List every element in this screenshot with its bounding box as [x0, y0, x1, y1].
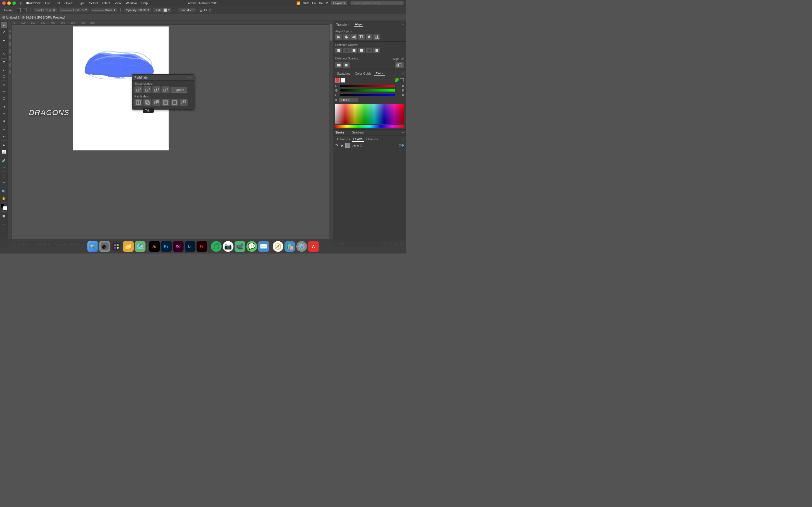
opacity-control[interactable]: Opacity: 100% ▾ — [124, 8, 151, 12]
align-hcenter-button[interactable] — [343, 34, 350, 40]
blob-brush-tool[interactable]: ⬡ — [1, 96, 7, 102]
app-name[interactable]: Illustrator — [26, 1, 41, 5]
dock-lightroom[interactable]: Lr — [185, 241, 195, 252]
rect-tool[interactable]: ◻ — [1, 73, 7, 79]
layer-visibility-toggle[interactable]: 👁 — [335, 143, 340, 148]
crop-button[interactable] — [161, 99, 169, 106]
dock-maps[interactable]: 🗺️ — [135, 241, 146, 252]
transform-tab[interactable]: Transform — [335, 22, 352, 27]
dist-v-space-button[interactable]: -⬜- — [343, 62, 350, 68]
align-left-button[interactable] — [335, 34, 342, 40]
menu-edit[interactable]: Edit — [55, 1, 60, 5]
dock-xd[interactable]: Xd — [173, 241, 184, 252]
canvas-area[interactable]: 0 100 200 300 400 500 600 700 800 0 100 … — [8, 21, 333, 247]
traffic-lights[interactable] — [2, 1, 16, 5]
dock-photoshop[interactable]: Ps — [161, 241, 172, 252]
direct-selection-tool[interactable]: ↗ — [1, 29, 7, 35]
symbol-sprayer-tool[interactable]: ● — [1, 142, 7, 148]
intersect-button[interactable] — [153, 87, 160, 93]
align-tab[interactable]: Align — [354, 22, 363, 27]
dock-messages[interactable]: 💬 — [246, 241, 257, 252]
line-tool[interactable]: / — [1, 66, 7, 73]
fill-stroke-colors[interactable] — [1, 204, 7, 210]
screen-mode[interactable]: ▣ — [1, 213, 7, 219]
stroke-swatch[interactable] — [23, 8, 27, 12]
none-icon[interactable] — [400, 78, 404, 82]
hand-tool[interactable]: ✋ — [1, 195, 7, 202]
column-graph-tool[interactable]: 📊 — [1, 149, 7, 155]
dock-mail[interactable]: ✉️ — [258, 241, 269, 252]
expand-button[interactable]: Expand — [170, 87, 187, 93]
stroke-weight[interactable]: Stroke: 2 pt ⬍ — [34, 8, 57, 12]
color-panel-menu[interactable]: ≡ — [402, 72, 404, 75]
dock-illustrator[interactable]: Ai — [149, 241, 160, 252]
dock-facetime[interactable]: 📹 — [235, 241, 245, 252]
align-panel-menu[interactable]: ≡ — [402, 23, 404, 26]
close-button[interactable] — [2, 1, 6, 5]
fullscreen-button[interactable] — [12, 1, 16, 5]
artboards-tab[interactable]: Artboards — [335, 137, 351, 142]
scale-tool[interactable]: ⊕ — [1, 111, 7, 117]
curvature-tool[interactable]: ∿ — [1, 51, 7, 57]
color-fg-icon[interactable] — [335, 78, 340, 82]
dock-siri[interactable]: ◎ — [99, 241, 110, 252]
gradient-tab[interactable]: Gradient — [352, 131, 364, 134]
color-guide-tab[interactable]: Color Guide — [353, 71, 373, 76]
align-bottom-button[interactable] — [373, 34, 380, 40]
warp-tool[interactable]: ≋ — [1, 118, 7, 124]
menu-window[interactable]: Window — [126, 1, 137, 5]
dist-top-button[interactable]: ⬜ — [358, 48, 365, 53]
zoom-tool[interactable]: 🔍 — [1, 188, 7, 194]
stroke-color[interactable] — [3, 206, 7, 210]
menu-select[interactable]: Select — [89, 1, 98, 5]
rotate-icon[interactable]: ↺ — [204, 8, 207, 12]
menu-view[interactable]: View — [115, 1, 121, 5]
menu-effect[interactable]: Effect — [102, 1, 110, 5]
pen-tool[interactable]: ✒ — [1, 38, 7, 44]
libraries-tab[interactable]: Libraries — [365, 137, 379, 142]
layer-color-dot[interactable] — [402, 144, 404, 147]
pencil-tool[interactable]: ✏ — [1, 89, 7, 95]
color-picker-gradient[interactable] — [335, 104, 404, 124]
style-control[interactable]: Style: ▾ — [153, 8, 172, 12]
slice-tool[interactable]: ✂ — [1, 180, 7, 186]
dock-safari[interactable]: 🧭 — [273, 241, 283, 252]
layer-lock-dot[interactable] — [399, 144, 401, 147]
align-to-selection[interactable] — [395, 62, 404, 68]
pathfinder-menu-icon[interactable]: ≡ — [190, 76, 192, 79]
outline-button[interactable] — [170, 99, 179, 106]
tab-close-button[interactable] — [2, 16, 5, 19]
brush-definition[interactable]: Basic ▾ — [91, 8, 117, 12]
r-slider[interactable] — [340, 85, 395, 87]
layers-panel-menu[interactable]: ≡ — [402, 137, 404, 141]
dist-left-button[interactable]: ⬜ — [335, 48, 342, 53]
exclude-button[interactable] — [161, 87, 169, 93]
selection-tool[interactable]: ▲ — [1, 22, 7, 28]
align-right-button[interactable] — [350, 34, 357, 40]
search-stock-input[interactable] — [350, 1, 404, 5]
paintbrush-tool[interactable]: ✎ — [1, 82, 7, 88]
minimize-button[interactable] — [7, 1, 11, 5]
fill-swatch[interactable] — [17, 8, 20, 12]
dock-folder-1[interactable]: 📁 — [123, 241, 134, 252]
vertical-scroll-thumb[interactable] — [329, 24, 333, 41]
dock-system-prefs[interactable]: ⚙️ — [296, 241, 307, 252]
swatches-tab[interactable]: Swatches — [335, 71, 352, 76]
dist-h-space-button[interactable]: |⬜| — [335, 62, 342, 68]
color-bg-icon[interactable] — [341, 78, 345, 82]
hue-slider[interactable] — [335, 125, 404, 128]
add-anchor-tool[interactable]: + — [1, 44, 7, 50]
g-slider[interactable] — [340, 89, 395, 92]
dist-hcenter-button[interactable]: ⬛ — [343, 48, 350, 53]
dist-bottom-button[interactable]: ⬜ — [373, 48, 380, 53]
align-vcenter-button[interactable] — [366, 34, 372, 40]
dist-vcenter-button[interactable]: ⬛ — [366, 48, 372, 53]
unite-button[interactable] — [135, 87, 142, 93]
align-top-button[interactable] — [358, 34, 365, 40]
scale-icon[interactable]: ⊞ — [199, 8, 203, 12]
trim-button[interactable] — [144, 99, 151, 106]
layer-expand-arrow[interactable]: ▶ — [342, 144, 344, 147]
minus-back-button[interactable] — [180, 99, 188, 106]
type-tool[interactable]: T — [1, 60, 7, 66]
stroke-profile[interactable]: Uniform ▾ — [59, 8, 89, 12]
